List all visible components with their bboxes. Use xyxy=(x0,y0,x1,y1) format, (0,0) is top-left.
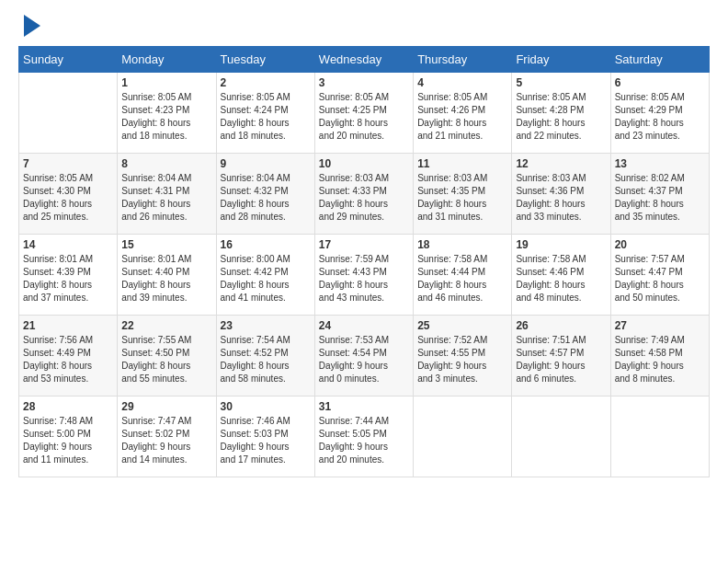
day-number: 10 xyxy=(319,157,409,170)
calendar-week-row: 1Sunrise: 8:05 AM Sunset: 4:23 PM Daylig… xyxy=(19,73,710,154)
weekday-header: Friday xyxy=(512,47,610,73)
day-info: Sunrise: 8:03 AM Sunset: 4:35 PM Dayligh… xyxy=(417,172,507,224)
day-info: Sunrise: 8:03 AM Sunset: 4:33 PM Dayligh… xyxy=(319,172,409,224)
day-info: Sunrise: 7:59 AM Sunset: 4:43 PM Dayligh… xyxy=(319,253,409,304)
calendar-cell: 30Sunrise: 7:46 AM Sunset: 5:03 PM Dayli… xyxy=(216,396,314,477)
day-number: 11 xyxy=(417,157,507,170)
calendar-cell xyxy=(19,73,118,154)
calendar-cell: 23Sunrise: 7:54 AM Sunset: 4:52 PM Dayli… xyxy=(216,316,314,396)
calendar-week-row: 28Sunrise: 7:48 AM Sunset: 5:00 PM Dayli… xyxy=(19,396,710,477)
calendar-cell: 7Sunrise: 8:05 AM Sunset: 4:30 PM Daylig… xyxy=(19,154,118,235)
calendar-cell: 1Sunrise: 8:05 AM Sunset: 4:23 PM Daylig… xyxy=(118,73,216,154)
day-number: 18 xyxy=(417,238,507,251)
calendar-cell: 9Sunrise: 8:04 AM Sunset: 4:32 PM Daylig… xyxy=(216,154,314,235)
day-info: Sunrise: 7:47 AM Sunset: 5:02 PM Dayligh… xyxy=(121,415,211,466)
calendar-cell: 12Sunrise: 8:03 AM Sunset: 4:36 PM Dayli… xyxy=(512,154,610,235)
day-info: Sunrise: 7:46 AM Sunset: 5:03 PM Dayligh… xyxy=(221,415,311,466)
day-info: Sunrise: 8:04 AM Sunset: 4:32 PM Dayligh… xyxy=(221,172,311,224)
weekday-header: Sunday xyxy=(19,47,118,73)
day-info: Sunrise: 7:53 AM Sunset: 4:54 PM Dayligh… xyxy=(319,334,409,385)
day-number: 12 xyxy=(516,157,606,170)
day-info: Sunrise: 7:58 AM Sunset: 4:44 PM Dayligh… xyxy=(417,253,507,304)
day-number: 25 xyxy=(417,319,507,332)
calendar-cell: 5Sunrise: 8:05 AM Sunset: 4:28 PM Daylig… xyxy=(512,73,610,154)
calendar-cell: 21Sunrise: 7:56 AM Sunset: 4:49 PM Dayli… xyxy=(19,316,118,396)
calendar-table: SundayMondayTuesdayWednesdayThursdayFrid… xyxy=(18,46,710,477)
calendar-cell: 15Sunrise: 8:01 AM Sunset: 4:40 PM Dayli… xyxy=(118,235,216,316)
logo-arrow-icon xyxy=(24,15,40,37)
day-number: 15 xyxy=(121,238,211,251)
day-info: Sunrise: 8:03 AM Sunset: 4:36 PM Dayligh… xyxy=(516,172,606,224)
day-number: 1 xyxy=(121,76,211,89)
weekday-header: Wednesday xyxy=(314,47,413,73)
day-info: Sunrise: 8:05 AM Sunset: 4:30 PM Dayligh… xyxy=(23,172,113,224)
day-info: Sunrise: 7:58 AM Sunset: 4:46 PM Dayligh… xyxy=(516,253,606,304)
weekday-header: Thursday xyxy=(414,47,512,73)
day-number: 24 xyxy=(319,319,409,332)
weekday-header-row: SundayMondayTuesdayWednesdayThursdayFrid… xyxy=(19,47,710,73)
day-info: Sunrise: 8:01 AM Sunset: 4:39 PM Dayligh… xyxy=(23,253,113,304)
calendar-cell: 25Sunrise: 7:52 AM Sunset: 4:55 PM Dayli… xyxy=(414,316,512,396)
calendar-cell: 16Sunrise: 8:00 AM Sunset: 4:42 PM Dayli… xyxy=(216,235,314,316)
calendar-cell: 26Sunrise: 7:51 AM Sunset: 4:57 PM Dayli… xyxy=(512,316,610,396)
day-info: Sunrise: 8:02 AM Sunset: 4:37 PM Dayligh… xyxy=(615,172,705,224)
day-number: 31 xyxy=(319,400,409,413)
calendar-cell: 17Sunrise: 7:59 AM Sunset: 4:43 PM Dayli… xyxy=(314,235,413,316)
day-number: 30 xyxy=(221,400,311,413)
day-number: 3 xyxy=(319,76,409,89)
day-number: 28 xyxy=(23,400,113,413)
calendar-cell: 6Sunrise: 8:05 AM Sunset: 4:29 PM Daylig… xyxy=(610,73,709,154)
day-number: 5 xyxy=(516,76,606,89)
calendar-cell xyxy=(414,396,512,477)
calendar-cell: 11Sunrise: 8:03 AM Sunset: 4:35 PM Dayli… xyxy=(414,154,512,235)
day-info: Sunrise: 8:05 AM Sunset: 4:23 PM Dayligh… xyxy=(121,91,211,143)
day-info: Sunrise: 7:56 AM Sunset: 4:49 PM Dayligh… xyxy=(23,334,113,385)
calendar-cell: 18Sunrise: 7:58 AM Sunset: 4:44 PM Dayli… xyxy=(414,235,512,316)
calendar-cell: 10Sunrise: 8:03 AM Sunset: 4:33 PM Dayli… xyxy=(314,154,413,235)
day-info: Sunrise: 7:44 AM Sunset: 5:05 PM Dayligh… xyxy=(319,415,409,466)
logo xyxy=(18,18,40,37)
day-number: 20 xyxy=(615,238,705,251)
calendar-week-row: 7Sunrise: 8:05 AM Sunset: 4:30 PM Daylig… xyxy=(19,154,710,235)
page-header xyxy=(18,18,710,37)
calendar-cell: 20Sunrise: 7:57 AM Sunset: 4:47 PM Dayli… xyxy=(610,235,709,316)
day-number: 16 xyxy=(221,238,311,251)
weekday-header: Tuesday xyxy=(216,47,314,73)
day-info: Sunrise: 7:54 AM Sunset: 4:52 PM Dayligh… xyxy=(221,334,311,385)
calendar-cell: 13Sunrise: 8:02 AM Sunset: 4:37 PM Dayli… xyxy=(610,154,709,235)
day-number: 4 xyxy=(417,76,507,89)
day-info: Sunrise: 8:05 AM Sunset: 4:29 PM Dayligh… xyxy=(615,91,705,143)
day-number: 23 xyxy=(221,319,311,332)
calendar-cell xyxy=(610,396,709,477)
day-number: 6 xyxy=(615,76,705,89)
day-info: Sunrise: 8:05 AM Sunset: 4:24 PM Dayligh… xyxy=(221,91,311,143)
day-number: 27 xyxy=(615,319,705,332)
day-number: 13 xyxy=(615,157,705,170)
day-info: Sunrise: 8:05 AM Sunset: 4:28 PM Dayligh… xyxy=(516,91,606,143)
calendar-cell: 22Sunrise: 7:55 AM Sunset: 4:50 PM Dayli… xyxy=(118,316,216,396)
day-info: Sunrise: 8:05 AM Sunset: 4:25 PM Dayligh… xyxy=(319,91,409,143)
calendar-cell: 19Sunrise: 7:58 AM Sunset: 4:46 PM Dayli… xyxy=(512,235,610,316)
day-info: Sunrise: 8:01 AM Sunset: 4:40 PM Dayligh… xyxy=(121,253,211,304)
day-number: 9 xyxy=(221,157,311,170)
day-info: Sunrise: 7:57 AM Sunset: 4:47 PM Dayligh… xyxy=(615,253,705,304)
calendar-week-row: 14Sunrise: 8:01 AM Sunset: 4:39 PM Dayli… xyxy=(19,235,710,316)
calendar-cell: 28Sunrise: 7:48 AM Sunset: 5:00 PM Dayli… xyxy=(19,396,118,477)
calendar-cell: 14Sunrise: 8:01 AM Sunset: 4:39 PM Dayli… xyxy=(19,235,118,316)
weekday-header: Saturday xyxy=(610,47,709,73)
day-info: Sunrise: 8:00 AM Sunset: 4:42 PM Dayligh… xyxy=(221,253,311,304)
calendar-cell xyxy=(512,396,610,477)
day-number: 17 xyxy=(319,238,409,251)
day-info: Sunrise: 7:48 AM Sunset: 5:00 PM Dayligh… xyxy=(23,415,113,466)
day-info: Sunrise: 7:52 AM Sunset: 4:55 PM Dayligh… xyxy=(417,334,507,385)
day-number: 7 xyxy=(23,157,113,170)
calendar-cell: 27Sunrise: 7:49 AM Sunset: 4:58 PM Dayli… xyxy=(610,316,709,396)
day-number: 26 xyxy=(516,319,606,332)
calendar-cell: 29Sunrise: 7:47 AM Sunset: 5:02 PM Dayli… xyxy=(118,396,216,477)
day-number: 29 xyxy=(121,400,211,413)
calendar-cell: 24Sunrise: 7:53 AM Sunset: 4:54 PM Dayli… xyxy=(314,316,413,396)
day-info: Sunrise: 7:55 AM Sunset: 4:50 PM Dayligh… xyxy=(121,334,211,385)
day-number: 22 xyxy=(121,319,211,332)
day-info: Sunrise: 8:04 AM Sunset: 4:31 PM Dayligh… xyxy=(121,172,211,224)
calendar-cell: 3Sunrise: 8:05 AM Sunset: 4:25 PM Daylig… xyxy=(314,73,413,154)
